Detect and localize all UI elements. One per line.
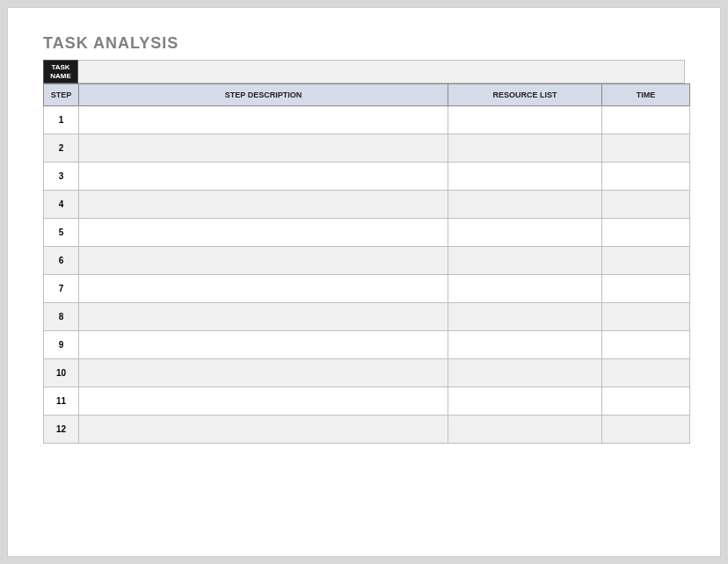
table-row: 5 xyxy=(44,219,690,247)
header-row: STEP STEP DESCRIPTION RESOURCE LIST TIME xyxy=(44,84,690,106)
table-row: 3 xyxy=(44,163,690,191)
step-number: 2 xyxy=(44,134,79,163)
table-row: 4 xyxy=(44,191,690,219)
time-cell[interactable] xyxy=(602,106,690,134)
table-row: 11 xyxy=(44,387,690,416)
table-row: 12 xyxy=(44,416,690,444)
table-row: 6 xyxy=(44,247,690,275)
resource-list-cell[interactable] xyxy=(448,134,602,163)
step-description-cell[interactable] xyxy=(79,219,448,247)
time-cell[interactable] xyxy=(602,275,690,303)
time-cell[interactable] xyxy=(602,163,690,191)
resource-list-cell[interactable] xyxy=(448,106,602,134)
step-description-cell[interactable] xyxy=(79,416,448,444)
header-res: RESOURCE LIST xyxy=(448,84,602,106)
step-number: 11 xyxy=(44,387,79,416)
step-description-cell[interactable] xyxy=(79,247,448,275)
resource-list-cell[interactable] xyxy=(448,219,602,247)
step-number: 6 xyxy=(44,247,79,275)
step-description-cell[interactable] xyxy=(79,163,448,191)
resource-list-cell[interactable] xyxy=(448,359,602,387)
table-row: 9 xyxy=(44,331,690,359)
document-page: TASK ANALYSIS TASK NAME STEP STEP DESCRI… xyxy=(7,7,721,557)
time-cell[interactable] xyxy=(602,331,690,359)
step-number: 9 xyxy=(44,331,79,359)
resource-list-cell[interactable] xyxy=(448,331,602,359)
time-cell[interactable] xyxy=(602,303,690,331)
table-row: 1 xyxy=(44,106,690,134)
step-number: 7 xyxy=(44,275,79,303)
step-description-cell[interactable] xyxy=(79,387,448,416)
task-name-label: TASK NAME xyxy=(43,60,78,83)
step-description-cell[interactable] xyxy=(79,331,448,359)
header-step: STEP xyxy=(44,84,79,106)
time-cell[interactable] xyxy=(602,359,690,387)
time-cell[interactable] xyxy=(602,134,690,163)
step-description-cell[interactable] xyxy=(79,303,448,331)
time-cell[interactable] xyxy=(602,219,690,247)
step-description-cell[interactable] xyxy=(79,106,448,134)
header-desc: STEP DESCRIPTION xyxy=(79,84,448,106)
step-number: 10 xyxy=(44,359,79,387)
task-name-field[interactable] xyxy=(78,60,685,83)
resource-list-cell[interactable] xyxy=(448,275,602,303)
resource-list-cell[interactable] xyxy=(448,416,602,444)
resource-list-cell[interactable] xyxy=(448,247,602,275)
time-cell[interactable] xyxy=(602,387,690,416)
table-row: 8 xyxy=(44,303,690,331)
step-number: 12 xyxy=(44,416,79,444)
resource-list-cell[interactable] xyxy=(448,191,602,219)
step-description-cell[interactable] xyxy=(79,275,448,303)
task-name-row: TASK NAME xyxy=(43,60,685,83)
step-number: 1 xyxy=(44,106,79,134)
step-description-cell[interactable] xyxy=(79,359,448,387)
time-cell[interactable] xyxy=(602,247,690,275)
resource-list-cell[interactable] xyxy=(448,387,602,416)
page-title: TASK ANALYSIS xyxy=(43,34,685,53)
step-description-cell[interactable] xyxy=(79,191,448,219)
task-table: STEP STEP DESCRIPTION RESOURCE LIST TIME… xyxy=(43,83,690,444)
resource-list-cell[interactable] xyxy=(448,303,602,331)
step-number: 5 xyxy=(44,219,79,247)
step-number: 3 xyxy=(44,163,79,191)
step-number: 4 xyxy=(44,191,79,219)
resource-list-cell[interactable] xyxy=(448,163,602,191)
step-description-cell[interactable] xyxy=(79,134,448,163)
table-row: 10 xyxy=(44,359,690,387)
table-row: 2 xyxy=(44,134,690,163)
table-row: 7 xyxy=(44,275,690,303)
time-cell[interactable] xyxy=(602,191,690,219)
time-cell[interactable] xyxy=(602,416,690,444)
header-time: TIME xyxy=(602,84,690,106)
step-number: 8 xyxy=(44,303,79,331)
